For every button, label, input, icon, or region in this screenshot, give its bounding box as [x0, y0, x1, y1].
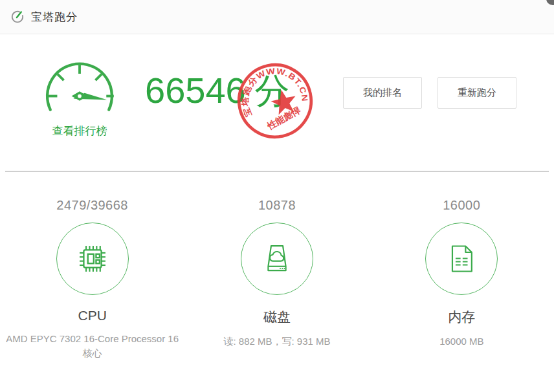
memory-detail: 16000 MB	[370, 334, 554, 349]
clipped-corner-widget	[546, 0, 554, 5]
divider	[5, 171, 549, 172]
leaderboard-link[interactable]: 查看排行榜	[52, 124, 107, 138]
stat-memory: 16000 内存 16000 MB	[370, 198, 554, 360]
red-seal-stamp: 宝塔跑分WWW.BT.CN 性能彪悍	[233, 59, 317, 143]
disk-drive-icon	[258, 240, 296, 278]
topbar: 宝塔跑分	[0, 0, 554, 34]
memory-label: 内存	[370, 308, 554, 326]
page-title: 宝塔跑分	[31, 10, 78, 25]
cpu-chip-icon	[74, 240, 111, 278]
mini-gauge-icon	[10, 10, 25, 24]
stats-row: 2479/39668	[0, 198, 554, 360]
disk-label: 磁盘	[184, 308, 369, 326]
memory-circle	[425, 223, 498, 295]
score-hero: 查看排行榜 66546分 宝塔跑分WWW.BT.CN 性能彪悍 我的排名 重新跑…	[0, 34, 554, 138]
stat-cpu: 2479/39668	[0, 198, 184, 360]
memory-score: 16000	[370, 198, 554, 213]
rerun-benchmark-button[interactable]: 重新跑分	[438, 77, 516, 109]
cpu-circle	[56, 223, 129, 295]
cpu-label: CPU	[0, 308, 184, 323]
memory-doc-icon	[443, 240, 480, 278]
disk-circle	[241, 223, 313, 295]
gauge-block: 查看排行榜	[40, 58, 119, 138]
hero-buttons: 我的排名 重新跑分	[343, 58, 516, 109]
speedometer-icon	[42, 58, 117, 120]
my-rank-button[interactable]: 我的排名	[343, 77, 422, 109]
cpu-detail: AMD EPYC 7302 16-Core Processor 16 核心	[0, 332, 184, 360]
stat-disk: 10878 磁盘 读: 882 MB，写: 931 MB	[184, 198, 369, 360]
score-value: 66546	[145, 70, 246, 111]
cpu-score: 2479/39668	[0, 198, 184, 213]
disk-score: 10878	[184, 198, 369, 213]
disk-detail: 读: 882 MB，写: 931 MB	[184, 334, 369, 349]
score-area: 66546分 宝塔跑分WWW.BT.CN 性能彪悍	[145, 58, 290, 115]
